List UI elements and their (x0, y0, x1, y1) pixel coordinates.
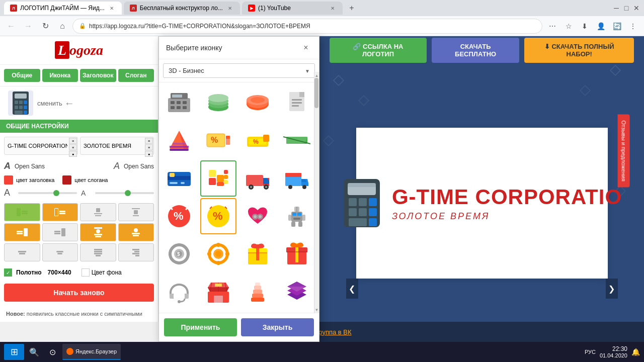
slogan-color-swatch[interactable] (62, 175, 71, 185)
slider-title-thumb[interactable] (53, 190, 59, 196)
slogan-icon-1[interactable]: ≡ (145, 138, 153, 144)
layout-btn-5[interactable] (4, 223, 40, 241)
canvas-nav-left[interactable]: ❮ (346, 279, 358, 299)
canvas-checkbox[interactable]: ✓ (4, 268, 12, 277)
close-modal-button[interactable]: Закрыть (241, 318, 314, 336)
icon-cell-21[interactable] (161, 274, 197, 310)
extensions-button[interactable]: ⋯ (545, 19, 559, 33)
forward-button[interactable]: → (21, 19, 35, 33)
canvas-nav-right[interactable]: ❯ (606, 279, 618, 299)
icon-cell-18[interactable] (200, 236, 236, 272)
icon-cell-14[interactable]: % (200, 198, 236, 234)
icon-cell-10[interactable] (200, 160, 236, 197)
tab-active[interactable]: Л ЛОГОТИП ДжиТАЙМ — Яид... ✕ (4, 2, 122, 15)
layout-btn-4[interactable] (118, 203, 154, 221)
icon-cell-13[interactable]: % (161, 198, 197, 234)
new-button[interactable]: Начать заново (4, 284, 154, 302)
icon-cell-16[interactable] (279, 198, 315, 234)
modal-close-button[interactable]: × (300, 42, 312, 54)
sync-button[interactable]: 🔄 (610, 19, 624, 33)
slogan-color-item[interactable]: цвет слогана (62, 175, 108, 185)
home-button[interactable]: ⌂ (55, 19, 69, 33)
back-button[interactable]: ← (4, 19, 18, 33)
tab-obshie[interactable]: Общие (4, 69, 40, 82)
tab-close-1[interactable]: ✕ (108, 4, 116, 12)
feedback-button[interactable]: Отзывы и предложения (617, 114, 629, 187)
tab-close-2[interactable]: ✕ (226, 4, 234, 12)
taskbar-search[interactable]: 🔍 (26, 344, 42, 360)
slider-slogan-thumb[interactable] (125, 190, 131, 196)
slogan-input[interactable] (80, 137, 154, 155)
address-bar[interactable]: 🔒 https://app.logoza.ru/?title=G-TIME+CO… (72, 19, 542, 34)
title-color-item[interactable]: цвет заголовка (4, 175, 54, 185)
modal-scrollbar[interactable]: ▲ ▼ (314, 72, 319, 313)
icon-cell-9[interactable] (161, 160, 197, 197)
icon-cell-5[interactable] (161, 122, 197, 158)
layout-btn-9[interactable] (4, 243, 40, 261)
slogan-icon-2[interactable]: ≡ (145, 144, 153, 150)
icon-cell-12[interactable] (279, 160, 315, 197)
download-full-button[interactable]: ⬇ СКАЧАТЬ ПОЛНЫЙ НАБОР! (524, 38, 634, 63)
change-label[interactable]: сменить ← (37, 98, 74, 109)
title-icon-2[interactable]: ≡ (69, 144, 77, 150)
title-icon-1[interactable]: ≡ (69, 138, 77, 144)
layout-btn-12[interactable] (118, 243, 154, 261)
title-input[interactable] (4, 137, 78, 155)
tab-2[interactable]: Л Бесплатный конструктор ло... ✕ (124, 2, 240, 15)
category-select[interactable]: 3D - Бизнес (163, 63, 315, 78)
account-button[interactable]: 👤 (594, 19, 608, 33)
layout-btn-8[interactable] (118, 223, 154, 241)
icon-cell-6[interactable]: % (200, 122, 236, 158)
icon-cell-24[interactable] (279, 274, 315, 310)
refresh-button[interactable]: ↻ (38, 19, 52, 33)
close-window-button[interactable]: ✕ (633, 5, 640, 12)
slider-title-track[interactable] (18, 192, 77, 194)
scrollbar-down-arrow[interactable]: ▼ (314, 306, 319, 313)
favorites-button[interactable]: ☆ (561, 19, 576, 33)
taskbar-notification[interactable]: 🔔 (631, 348, 640, 356)
taskbar-cortana[interactable]: ⊙ (44, 344, 60, 360)
title-icon-3[interactable]: ● (69, 151, 77, 157)
icon-cell-1[interactable] (161, 84, 197, 121)
link-button[interactable]: 🔗 ССЫЛКА НА ЛОГОТИП (330, 38, 427, 63)
icon-cell-20[interactable] (279, 236, 315, 272)
icon-cell-7[interactable]: % (239, 122, 276, 158)
download-button[interactable]: СКАЧАТЬ БЕСПЛАТНО (432, 38, 519, 63)
icon-cell-2[interactable] (200, 84, 236, 121)
icon-cell-4[interactable] (279, 84, 315, 121)
canvas-color-box[interactable] (82, 268, 90, 277)
taskbar-app-browser[interactable]: Яндекс.Браузер (62, 344, 121, 360)
minimize-button[interactable]: ─ (613, 5, 620, 12)
icon-cell-19[interactable] (239, 236, 276, 272)
scrollbar-up-arrow[interactable]: ▲ (314, 72, 319, 79)
icon-cell-8[interactable] (279, 122, 315, 158)
modal-scrollbar-thumb[interactable] (314, 78, 318, 108)
menu-button[interactable]: ⋮ (626, 19, 640, 33)
icon-cell-15[interactable] (239, 198, 276, 234)
tab-close-3[interactable]: ✕ (329, 4, 337, 12)
tab-slogan[interactable]: Слоган (118, 69, 154, 82)
slogan-icon-3[interactable]: ● (145, 151, 153, 157)
start-button[interactable]: ⊞ (4, 344, 24, 360)
change-icon-btn[interactable]: сменить ← (37, 98, 74, 109)
layout-btn-3[interactable] (80, 203, 116, 221)
layout-btn-10[interactable] (42, 243, 78, 261)
icon-cell-22[interactable] (200, 274, 236, 310)
layout-btn-2[interactable] (42, 203, 78, 221)
icon-cell-23[interactable] (239, 274, 276, 310)
tab-ikonka[interactable]: Иконка (42, 69, 78, 82)
layout-btn-1[interactable] (4, 203, 40, 221)
tab-3[interactable]: ▶ (1) YouTube ✕ (242, 2, 343, 15)
layout-btn-6[interactable] (42, 223, 78, 241)
title-color-swatch[interactable] (4, 175, 13, 185)
layout-btn-7[interactable] (80, 223, 116, 241)
downloads-button[interactable]: ⬇ (578, 19, 592, 33)
new-tab-button[interactable]: + (345, 2, 359, 15)
apply-button[interactable]: Применить (164, 318, 237, 336)
tab-zagolovok[interactable]: Заголовок (80, 69, 116, 82)
icon-cell-11[interactable] (239, 160, 276, 197)
icon-cell-3[interactable] (239, 84, 276, 121)
maximize-button[interactable]: □ (623, 5, 630, 12)
layout-btn-11[interactable] (80, 243, 116, 261)
icon-cell-17[interactable]: $ (161, 236, 197, 272)
